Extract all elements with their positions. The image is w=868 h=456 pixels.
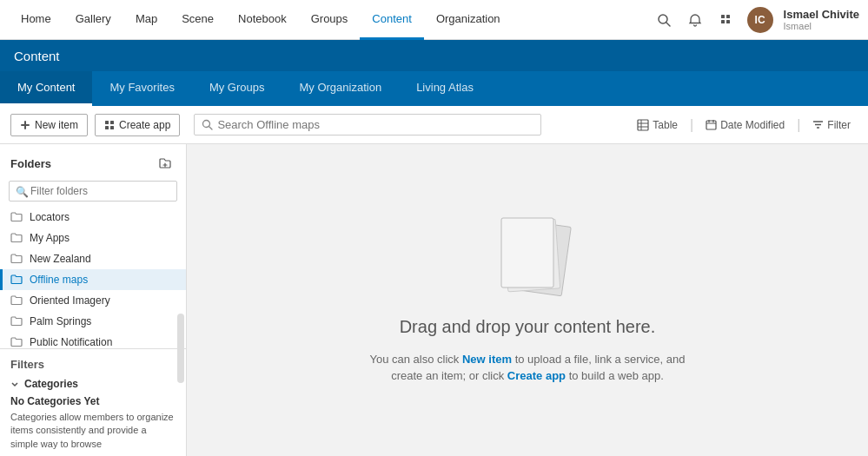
empty-desc-part1: You can also click — [369, 353, 461, 366]
apps-grid-button[interactable] — [716, 10, 737, 30]
folder-name: Public Notification — [30, 336, 112, 348]
folder-icon — [10, 253, 23, 265]
empty-desc-part3: to build a web app. — [566, 369, 664, 382]
nav-content[interactable]: Content — [360, 0, 424, 40]
folder-list: Locators My Apps New Zealand Offline map… — [0, 207, 186, 348]
folder-icon — [10, 211, 23, 223]
add-folder-button[interactable] — [155, 153, 176, 174]
bell-icon-button[interactable] — [685, 10, 706, 30]
folder-item[interactable]: Offline maps — [0, 269, 186, 290]
table-view-button[interactable]: Table — [630, 116, 685, 135]
svg-rect-5 — [726, 20, 730, 23]
nav-notebook[interactable]: Notebook — [226, 0, 299, 40]
categories-filter[interactable]: Categories — [10, 376, 176, 392]
new-item-button[interactable]: New item — [10, 114, 88, 136]
nav-organization[interactable]: Organization — [424, 0, 513, 40]
folder-item[interactable]: Public Notification — [0, 332, 186, 348]
filters-section: Filters Categories No Categories Yet Cat… — [0, 348, 186, 456]
folder-name: Palm Springs — [30, 315, 91, 327]
folder-filter-container: 🔍 — [0, 177, 186, 207]
folders-title: Folders — [10, 157, 51, 170]
folder-name: Offline maps — [30, 274, 88, 286]
nav-groups[interactable]: Groups — [299, 0, 361, 40]
empty-state: Drag and drop your content here. You can… — [354, 216, 701, 385]
svg-point-12 — [203, 121, 210, 128]
top-navigation: Home Gallery Map Scene Notebook Groups C… — [0, 0, 868, 40]
main-content-area: Drag and drop your content here. You can… — [187, 144, 868, 456]
bell-icon — [688, 13, 702, 27]
user-name: Ismael Chivite — [784, 8, 859, 21]
folder-icon — [10, 336, 23, 348]
filters-title: Filters — [10, 358, 176, 371]
nav-map[interactable]: Map — [123, 0, 169, 40]
scrollbar[interactable] — [177, 314, 184, 383]
filter-icon — [812, 119, 824, 130]
create-app-label: Create app — [119, 119, 170, 131]
folder-filter-input[interactable] — [9, 181, 177, 202]
separator-2: | — [797, 117, 800, 133]
create-app-icon — [104, 120, 115, 130]
date-modified-button[interactable]: Date Modified — [699, 116, 792, 135]
search-input[interactable] — [217, 118, 533, 131]
page-title: Content — [14, 49, 60, 63]
create-app-link[interactable]: Create app — [507, 369, 566, 382]
create-app-button[interactable]: Create app — [95, 114, 180, 136]
folder-name: My Apps — [30, 232, 70, 244]
sidebar: Folders 🔍 Locators My Apps — [0, 144, 187, 456]
search-icon-button[interactable] — [653, 10, 674, 30]
user-sub: Ismael — [784, 21, 859, 31]
folder-name: Locators — [30, 211, 70, 223]
nav-home[interactable]: Home — [9, 0, 63, 40]
new-item-link[interactable]: New item — [462, 353, 512, 366]
tab-my-groups[interactable]: My Groups — [192, 71, 282, 106]
folder-item[interactable]: Oriented Imagery — [0, 290, 186, 311]
new-item-label: New item — [35, 119, 78, 131]
svg-rect-9 — [110, 121, 114, 124]
svg-rect-3 — [726, 15, 730, 18]
search-small-icon — [202, 119, 213, 130]
nav-gallery[interactable]: Gallery — [63, 0, 123, 40]
empty-state-icon — [484, 216, 571, 303]
filter-search-icon: 🔍 — [16, 186, 29, 198]
svg-line-1 — [666, 23, 670, 26]
folder-item[interactable]: Locators — [0, 207, 186, 228]
svg-rect-18 — [706, 121, 716, 129]
svg-rect-29 — [501, 218, 553, 287]
grid-icon — [719, 13, 733, 27]
folder-item[interactable]: My Apps — [0, 228, 186, 248]
folder-name: New Zealand — [30, 253, 91, 265]
sub-navigation: My Content My Favorites My Groups My Org… — [0, 71, 868, 106]
tab-my-favorites[interactable]: My Favorites — [92, 71, 191, 106]
date-modified-label: Date Modified — [720, 119, 785, 131]
folder-icon — [10, 232, 23, 244]
svg-rect-8 — [105, 121, 109, 124]
tab-my-content[interactable]: My Content — [0, 71, 92, 106]
avatar[interactable]: IC — [747, 7, 773, 33]
nav-right: IC Ismael Chivite Ismael — [653, 7, 859, 33]
folder-item[interactable]: New Zealand — [0, 248, 186, 269]
documents-icon — [484, 216, 588, 312]
nav-scene[interactable]: Scene — [169, 0, 226, 40]
user-info[interactable]: Ismael Chivite Ismael — [784, 8, 859, 31]
categories-description: Categories allow members to organize ite… — [10, 411, 176, 451]
svg-rect-14 — [638, 120, 648, 130]
avatar-initials: IC — [755, 14, 765, 26]
svg-rect-11 — [110, 126, 114, 129]
svg-line-13 — [209, 127, 212, 129]
empty-state-description: You can also click New item to upload a … — [354, 351, 701, 385]
toolbar-right: Table | Date Modified | Filter — [630, 116, 858, 135]
content-header-area: Content My Content My Favorites My Group… — [0, 40, 868, 106]
content-header: Content — [0, 40, 868, 71]
folder-icon — [10, 294, 23, 307]
tab-my-organization[interactable]: My Organization — [282, 71, 399, 106]
plus-icon — [20, 120, 30, 130]
filter-button[interactable]: Filter — [805, 116, 858, 135]
folder-item[interactable]: Palm Springs — [0, 311, 186, 332]
svg-rect-10 — [105, 126, 109, 129]
svg-rect-4 — [721, 20, 725, 23]
folders-section-header: Folders — [0, 144, 186, 177]
no-categories-text: No Categories Yet — [10, 395, 176, 407]
tab-living-atlas[interactable]: Living Atlas — [399, 71, 491, 106]
folder-icon — [10, 274, 23, 286]
empty-state-title: Drag and drop your content here. — [400, 317, 656, 337]
